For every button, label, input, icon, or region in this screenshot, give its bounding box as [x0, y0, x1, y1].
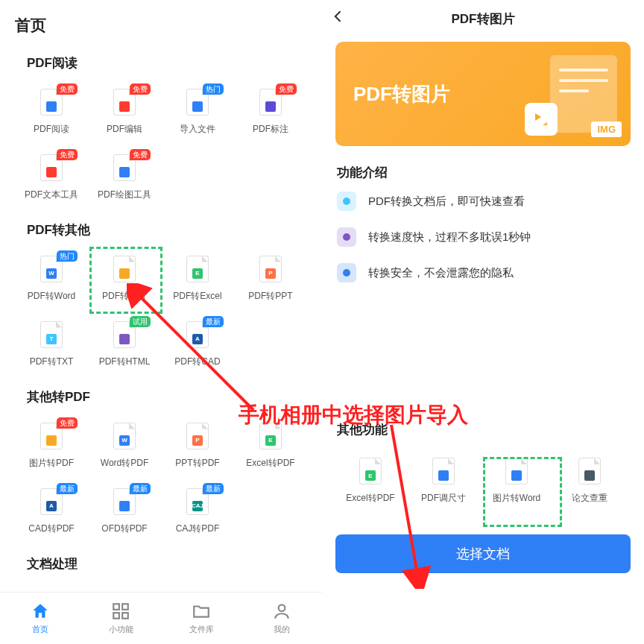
svg-rect-0	[113, 604, 119, 610]
file-icon	[432, 458, 455, 484]
user-icon	[272, 602, 291, 621]
tool-label: PDF转TXT	[30, 356, 74, 368]
badge: 免费	[57, 83, 78, 95]
feature-item-0: PDF转换文档后，即可快速查看	[337, 192, 629, 211]
file-icon: T	[40, 321, 63, 348]
tool-convert-2[interactable]: EPDF转Excel	[161, 246, 234, 312]
tool-label: PDF绘图工具	[98, 189, 151, 201]
svg-rect-1	[122, 604, 128, 610]
file-icon	[113, 256, 136, 282]
tool-read-1[interactable]: PDF编辑免费	[88, 79, 161, 145]
badge: 热门	[57, 250, 78, 262]
tool-read-3[interactable]: PDF标注免费	[234, 79, 307, 145]
section-pdf-read-title: PDF阅读	[0, 43, 322, 79]
tool-label: CAD转PDF	[28, 523, 74, 535]
other-item-0[interactable]: EExcel转PDF	[334, 449, 407, 514]
badge: 最新	[57, 483, 78, 494]
other-label: PDF调尺寸	[421, 492, 466, 505]
tool-convert-1[interactable]: PDF转图片	[88, 246, 161, 312]
tool-topdf-0[interactable]: 图片转PDF免费	[15, 413, 88, 479]
tool-read-5[interactable]: PDF绘图工具免费	[88, 145, 161, 210]
other-functions-grid: EExcel转PDFPDF调尺寸图片转Word论文查重	[322, 449, 644, 514]
nav-tools[interactable]: 小功能	[80, 593, 161, 644]
folder-icon	[192, 602, 211, 621]
tool-label: CAJ转PDF	[176, 523, 220, 535]
badge: 免费	[276, 83, 297, 95]
tool-convert-6[interactable]: APDF转CAD最新	[161, 312, 234, 377]
nav-files[interactable]: 文件库	[161, 593, 242, 644]
grid-pdf-read: PDF阅读免费PDF编辑免费导入文件热门PDF标注免费PDF文本工具免费PDF绘…	[0, 79, 322, 210]
svg-rect-2	[113, 613, 119, 619]
other-item-3[interactable]: 论文查重	[553, 449, 626, 514]
chevron-left-icon	[331, 9, 346, 24]
svg-point-4	[279, 604, 285, 611]
badge: 最新	[203, 316, 224, 327]
tool-label: PDF转CAD	[174, 356, 220, 368]
right-screen-pdf-to-image: PDF转图片 PDF转图片 IMG 功能介绍 PDF转换文档后，即可快速查看转换…	[322, 0, 644, 644]
other-item-2[interactable]: 图片转Word	[480, 449, 553, 514]
feature-item-1: 转换速度快，过程不多耽误1秒钟	[337, 227, 629, 247]
nav-me[interactable]: 我的	[242, 593, 322, 644]
other-label: 论文查重	[572, 492, 607, 505]
nav-label: 我的	[274, 624, 290, 635]
banner-convert-arrow-icon	[525, 103, 558, 136]
tool-topdf-2[interactable]: PPPT转PDF	[161, 413, 234, 479]
tool-label: 图片转PDF	[29, 457, 74, 470]
tool-label: PDF转Excel	[173, 290, 221, 303]
file-icon: W	[113, 423, 136, 449]
file-icon	[505, 458, 528, 484]
grid-to-pdf: 图片转PDF免费WWord转PDFPPPT转PDFEExcel转PDFACAD转…	[0, 413, 322, 544]
tool-topdf-5[interactable]: OFD转PDF最新	[88, 479, 161, 544]
badge: 热门	[203, 83, 224, 95]
left-screen-home: 首页 PDF阅读 PDF阅读免费PDF编辑免费导入文件热门PDF标注免费PDF文…	[0, 0, 322, 644]
back-button[interactable]	[331, 9, 346, 28]
nav-home[interactable]: 首页	[0, 593, 80, 644]
other-item-1[interactable]: PDF调尺寸	[407, 449, 480, 514]
features-title: 功能介绍	[322, 160, 644, 192]
file-icon: P	[259, 256, 282, 282]
badge: 最新	[203, 483, 224, 494]
tool-topdf-4[interactable]: ACAD转PDF最新	[15, 479, 88, 544]
tool-label: PDF阅读	[34, 123, 69, 136]
file-icon	[578, 458, 601, 484]
nav-label: 小功能	[109, 624, 133, 635]
other-label: 图片转Word	[493, 492, 540, 505]
page-title: 首页	[0, 0, 322, 43]
svg-rect-3	[122, 613, 128, 619]
other-label: Excel转PDF	[346, 492, 394, 505]
badge: 试用	[130, 316, 151, 327]
feature-text: PDF转换文档后，即可快速查看	[368, 195, 525, 209]
tool-topdf-6[interactable]: CAJCAJ转PDF最新	[161, 479, 234, 544]
tool-topdf-1[interactable]: WWord转PDF	[88, 413, 161, 479]
tool-read-2[interactable]: 导入文件热门	[161, 79, 234, 145]
tool-label: Excel转PDF	[246, 457, 294, 470]
tool-label: 导入文件	[180, 123, 215, 136]
tool-convert-0[interactable]: WPDF转Word热门	[15, 246, 88, 312]
nav-label: 首页	[32, 624, 48, 635]
file-icon: E	[359, 458, 382, 484]
feature-icon	[337, 263, 356, 282]
tool-read-0[interactable]: PDF阅读免费	[15, 79, 88, 145]
nav-label: 文件库	[189, 624, 214, 635]
feature-item-2: 转换安全，不会泄露您的隐私	[337, 263, 629, 282]
tool-label: OFD转PDF	[101, 523, 147, 535]
home-icon	[31, 602, 50, 621]
feature-icon	[337, 192, 356, 211]
feature-list: PDF转换文档后，即可快速查看转换速度快，过程不多耽误1秒钟转换安全，不会泄露您…	[322, 192, 644, 282]
tool-read-4[interactable]: PDF文本工具免费	[15, 145, 88, 210]
badge: 免费	[130, 83, 151, 95]
tool-label: PDF转PPT	[248, 290, 292, 303]
tool-label: PDF转图片	[102, 290, 147, 303]
tool-label: PDF编辑	[107, 123, 142, 136]
file-icon: E	[186, 256, 209, 282]
section-doc-process-title: 文档处理	[0, 544, 322, 580]
file-icon: P	[186, 423, 209, 449]
tool-convert-3[interactable]: PPDF转PPT	[234, 246, 307, 312]
select-document-button[interactable]: 选择文档	[335, 534, 631, 573]
tool-convert-4[interactable]: TPDF转TXT	[15, 312, 88, 377]
banner: PDF转图片 IMG	[335, 42, 631, 146]
tool-convert-5[interactable]: PDF转HTML试用	[88, 312, 161, 377]
tool-label: PDF文本工具	[25, 189, 78, 201]
section-pdf-convert-title: PDF转其他	[0, 210, 322, 246]
annotation-text: 手机相册中选择图片导入	[239, 401, 468, 429]
